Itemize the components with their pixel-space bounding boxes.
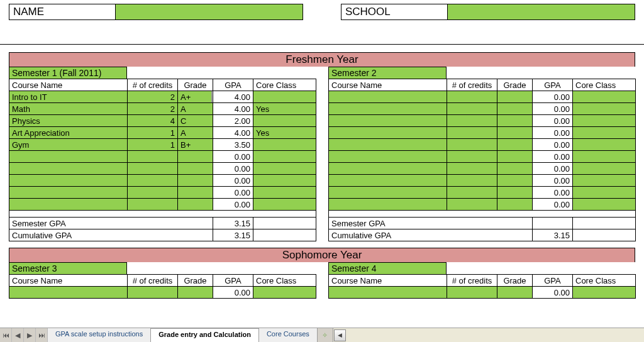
credits-cell[interactable] (447, 287, 497, 299)
core-class-cell[interactable]: Yes (253, 127, 316, 139)
sheet-tab[interactable]: Grade entry and Calculation (151, 328, 259, 342)
course-name-cell[interactable] (9, 199, 128, 211)
core-class-cell[interactable] (253, 287, 316, 299)
tab-nav-prev[interactable]: ◀ (12, 328, 24, 342)
school-input[interactable] (447, 4, 635, 20)
grade-cell[interactable] (497, 175, 533, 187)
credits-cell[interactable] (128, 151, 178, 163)
grade-cell[interactable] (178, 187, 213, 199)
credits-cell[interactable]: 1 (128, 139, 178, 151)
core-class-cell[interactable] (573, 115, 636, 127)
course-name-cell[interactable] (9, 187, 128, 199)
grade-cell[interactable]: A (178, 127, 213, 139)
core-class-cell[interactable] (573, 91, 636, 103)
course-name-cell[interactable] (329, 187, 447, 199)
credits-cell[interactable] (447, 175, 497, 187)
credits-cell[interactable] (128, 163, 178, 175)
course-name-cell[interactable] (329, 151, 447, 163)
core-class-cell[interactable] (573, 139, 636, 151)
sheet-tab[interactable]: Core Courses (259, 328, 318, 342)
core-class-cell[interactable] (253, 91, 316, 103)
course-name-cell[interactable]: Art Appreciation (9, 127, 128, 139)
grade-cell[interactable] (497, 91, 533, 103)
grade-cell[interactable] (497, 103, 533, 115)
core-class-cell[interactable] (573, 151, 636, 163)
new-sheet-button[interactable]: ✧ (318, 328, 333, 342)
course-name-cell[interactable]: Math (9, 103, 128, 115)
horizontal-scrollbar[interactable]: ◀ (333, 328, 644, 342)
credits-cell[interactable] (128, 175, 178, 187)
grade-cell[interactable] (178, 175, 213, 187)
core-class-cell[interactable] (253, 199, 316, 211)
credits-cell[interactable] (128, 287, 178, 299)
credits-cell[interactable]: 2 (128, 103, 178, 115)
tab-nav-first[interactable]: ⏮ (0, 328, 12, 342)
course-name-cell[interactable] (329, 199, 447, 211)
core-class-cell[interactable] (253, 175, 316, 187)
credits-cell[interactable] (447, 103, 497, 115)
core-class-cell[interactable]: Yes (253, 103, 316, 115)
core-class-cell[interactable] (253, 139, 316, 151)
course-name-cell[interactable] (9, 151, 128, 163)
credits-cell[interactable] (447, 187, 497, 199)
course-name-cell[interactable] (329, 103, 447, 115)
course-name-cell[interactable] (329, 287, 447, 299)
grade-cell[interactable] (497, 139, 533, 151)
course-name-cell[interactable] (9, 287, 128, 299)
grade-cell[interactable]: A+ (178, 91, 213, 103)
grade-dropdown-button[interactable] (211, 91, 213, 103)
credits-cell[interactable] (447, 151, 497, 163)
grade-cell[interactable] (497, 187, 533, 199)
grade-cell[interactable] (178, 287, 213, 299)
grade-cell[interactable] (497, 151, 533, 163)
credits-cell[interactable]: 4 (128, 115, 178, 127)
course-name-cell[interactable] (329, 163, 447, 175)
core-class-cell[interactable] (573, 199, 636, 211)
core-class-cell[interactable] (253, 151, 316, 163)
course-name-cell[interactable] (9, 163, 128, 175)
grade-cell[interactable]: B+ (178, 139, 213, 151)
credits-cell[interactable] (447, 127, 497, 139)
credits-cell[interactable] (447, 199, 497, 211)
course-name-cell[interactable] (329, 175, 447, 187)
credits-cell[interactable] (128, 187, 178, 199)
name-input[interactable] (115, 4, 303, 20)
credits-cell[interactable] (447, 91, 497, 103)
core-class-cell[interactable] (253, 187, 316, 199)
course-name-cell[interactable] (329, 139, 447, 151)
scroll-left-button[interactable]: ◀ (334, 329, 346, 341)
course-name-cell[interactable] (329, 127, 447, 139)
course-name-cell[interactable] (329, 115, 447, 127)
grade-cell[interactable] (497, 163, 533, 175)
grade-cell[interactable] (497, 127, 533, 139)
core-class-cell[interactable] (253, 115, 316, 127)
tab-nav-next[interactable]: ▶ (24, 328, 36, 342)
grade-cell[interactable] (178, 163, 213, 175)
core-class-cell[interactable] (573, 287, 636, 299)
core-class-cell[interactable] (573, 163, 636, 175)
core-class-cell[interactable] (573, 187, 636, 199)
credits-cell[interactable]: 2 (128, 91, 178, 103)
grade-cell[interactable]: A (178, 103, 213, 115)
grade-cell[interactable] (178, 199, 213, 211)
tab-nav-last[interactable]: ⏭ (36, 328, 48, 342)
course-name-cell[interactable]: Intro to IT (9, 91, 128, 103)
course-name-cell[interactable]: Physics (9, 115, 128, 127)
sheet-tab[interactable]: GPA scale setup instructions (48, 328, 151, 342)
credits-cell[interactable] (447, 163, 497, 175)
core-class-cell[interactable] (573, 175, 636, 187)
grade-cell[interactable] (497, 115, 533, 127)
course-name-cell[interactable] (9, 175, 128, 187)
credits-cell[interactable] (447, 115, 497, 127)
grade-cell[interactable] (497, 199, 533, 211)
core-class-cell[interactable] (253, 163, 316, 175)
credits-cell[interactable] (447, 139, 497, 151)
credits-cell[interactable]: 1 (128, 127, 178, 139)
core-class-cell[interactable] (573, 127, 636, 139)
credits-cell[interactable] (128, 199, 178, 211)
core-class-cell[interactable] (573, 103, 636, 115)
course-name-cell[interactable]: Gym (9, 139, 128, 151)
grade-cell[interactable] (178, 151, 213, 163)
course-name-cell[interactable] (329, 91, 447, 103)
grade-cell[interactable]: C (178, 115, 213, 127)
